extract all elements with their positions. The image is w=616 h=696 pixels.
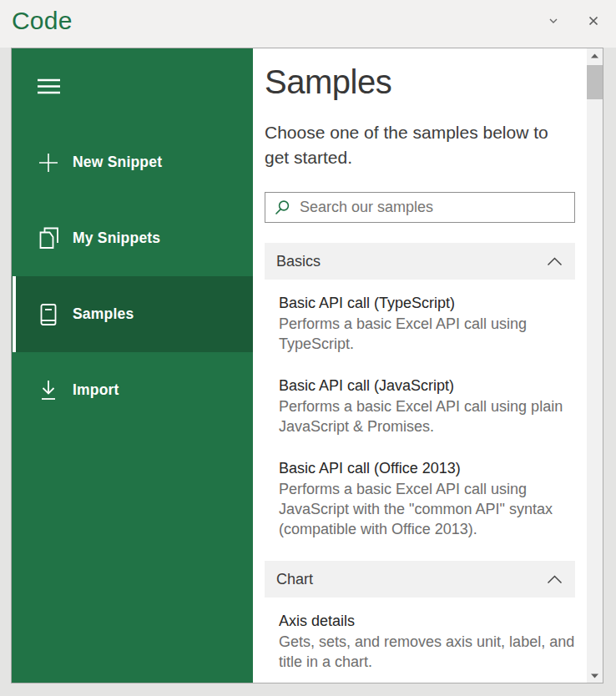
sample-title: Axis details xyxy=(279,611,575,631)
download-icon xyxy=(38,379,59,402)
close-icon xyxy=(588,16,598,26)
sidebar-item-label: New Snippet xyxy=(73,154,162,171)
sample-title: Basic API call (Office 2013) xyxy=(279,458,575,478)
chevron-up-icon xyxy=(547,575,563,584)
pane-options-button[interactable] xyxy=(543,10,564,32)
plus-icon xyxy=(38,151,59,174)
sidebar-item-new-snippet[interactable]: New Snippet xyxy=(12,124,253,200)
sidebar-item-import[interactable]: Import xyxy=(12,352,253,428)
sample-item-axis-details[interactable]: Axis details Gets, sets, and removes axi… xyxy=(279,611,575,672)
sample-item-basic-api-office2013[interactable]: Basic API call (Office 2013) Performs a … xyxy=(279,458,575,539)
sample-description: Performs a basic Excel API call using Ty… xyxy=(279,314,575,354)
scrollbar-thumb[interactable] xyxy=(587,65,603,99)
close-pane-button[interactable] xyxy=(583,10,604,32)
titlebar: Code xyxy=(0,0,616,48)
samples-panel: Samples Choose one of the samples below … xyxy=(253,48,587,683)
menu-toggle-button[interactable] xyxy=(12,48,253,124)
scroll-up-button[interactable] xyxy=(587,48,603,63)
sample-item-basic-api-javascript[interactable]: Basic API call (JavaScript) Performs a b… xyxy=(279,376,575,436)
sidebar-item-label: My Snippets xyxy=(73,229,160,247)
intro-text: Choose one of the samples below to get s… xyxy=(265,120,557,170)
chevron-down-icon xyxy=(549,18,558,23)
snippets-icon xyxy=(38,227,59,250)
sample-title: Basic API call (TypeScript) xyxy=(279,293,575,313)
search-box xyxy=(265,192,575,223)
chevron-up-icon xyxy=(547,257,563,266)
task-pane: New Snippet My Snippets Samples xyxy=(11,48,603,683)
sample-description: Gets, sets, and removes axis unit, label… xyxy=(279,632,575,672)
sidebar-item-my-snippets[interactable]: My Snippets xyxy=(12,200,253,276)
sample-description: Performs a basic Excel API call using pl… xyxy=(279,396,575,436)
sidebar-item-label: Samples xyxy=(73,305,134,323)
search-icon xyxy=(274,199,290,216)
book-icon xyxy=(38,303,59,326)
sidebar-item-samples[interactable]: Samples xyxy=(12,276,253,352)
hamburger-menu-icon xyxy=(38,78,61,95)
sample-item-basic-api-typescript[interactable]: Basic API call (TypeScript) Performs a b… xyxy=(279,293,575,354)
section-title: Chart xyxy=(276,571,313,588)
sample-description: Performs a basic Excel API call using Ja… xyxy=(279,479,575,539)
search-input[interactable] xyxy=(300,199,566,216)
app-title: Code xyxy=(12,7,73,35)
scroll-up-icon xyxy=(591,53,598,58)
page-title: Samples xyxy=(265,62,575,102)
scrollbar[interactable] xyxy=(587,48,603,683)
sample-title: Basic API call (JavaScript) xyxy=(279,376,575,396)
section-header-basics[interactable]: Basics xyxy=(265,243,575,280)
section-title: Basics xyxy=(276,253,321,270)
scroll-down-icon xyxy=(591,673,598,678)
sidebar-nav: New Snippet My Snippets Samples xyxy=(12,48,253,683)
section-header-chart[interactable]: Chart xyxy=(265,561,575,598)
scroll-down-button[interactable] xyxy=(587,668,603,683)
sidebar-item-label: Import xyxy=(73,381,119,399)
